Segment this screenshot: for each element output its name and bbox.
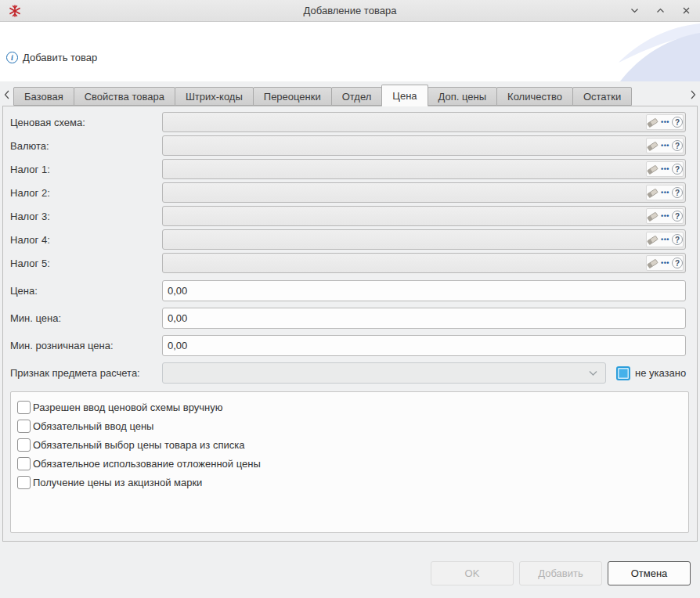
option-checkbox[interactable]: [17, 476, 31, 489]
tab-bar: БазоваяСвойства товараШтрих-кодыПереоцен…: [0, 81, 700, 106]
lookup-rows: Ценовая схема:•••?Валюта:•••?Налог 1:•••…: [3, 112, 697, 273]
tab-3[interactable]: Переоценки: [253, 87, 332, 106]
clear-eraser-icon[interactable]: [647, 188, 659, 198]
lookup-field-actions: •••?: [646, 208, 684, 224]
app-logo-icon: [8, 4, 22, 18]
help-icon[interactable]: ?: [672, 187, 683, 198]
tab-scroll-left-icon[interactable]: [2, 89, 12, 100]
lookup-row-4: Налог 3:•••?: [10, 206, 686, 226]
tab-6[interactable]: Доп. цены: [428, 87, 498, 106]
price-row-0: Цена:: [10, 280, 686, 301]
tab-5-active[interactable]: Цена: [381, 85, 428, 106]
option-label: Разрешен ввод ценовой схемы вручную: [33, 402, 222, 413]
price-row-1: Мин. цена:: [10, 308, 686, 329]
tab-7[interactable]: Количество: [496, 87, 573, 106]
option-label: Обязательный ввод цены: [33, 420, 153, 432]
lookup-field[interactable]: •••?: [162, 159, 686, 179]
browse-ellipsis-icon[interactable]: •••: [661, 142, 669, 150]
tab-scroll-right-icon[interactable]: [688, 89, 698, 100]
lookup-row-2: Налог 1:•••?: [10, 159, 686, 179]
clear-eraser-icon[interactable]: [647, 258, 659, 268]
help-icon[interactable]: ?: [672, 140, 683, 151]
price-options-group: Разрешен ввод ценовой схемы вручнуюОбяза…: [10, 391, 689, 533]
lookup-field[interactable]: •••?: [162, 135, 686, 156]
clear-eraser-icon[interactable]: [647, 235, 659, 245]
browse-ellipsis-icon[interactable]: •••: [661, 119, 669, 126]
lookup-field-actions: •••?: [646, 138, 684, 153]
lookup-field-actions: •••?: [646, 114, 684, 130]
option-checkbox[interactable]: [17, 420, 31, 433]
option-label: Получение цены из акцизной марки: [33, 477, 202, 488]
field-label: Налог 5:: [10, 258, 162, 269]
lookup-field[interactable]: •••?: [162, 206, 686, 226]
lookup-row-0: Ценовая схема:•••?: [10, 112, 686, 132]
field-label: Налог 2:: [10, 187, 162, 199]
option-row-0: Разрешен ввод ценовой схемы вручную: [17, 398, 682, 416]
lookup-field-actions: •••?: [646, 255, 684, 271]
not-specified-checkbox[interactable]: [616, 366, 630, 380]
cancel-button[interactable]: Отмена: [608, 561, 691, 585]
field-label: Цена:: [10, 285, 162, 297]
help-icon[interactable]: ?: [672, 258, 683, 268]
tab-1[interactable]: Свойства товара: [74, 87, 175, 106]
lookup-field-actions: •••?: [646, 185, 684, 200]
price-tab-panel: Ценовая схема:•••?Валюта:•••?Налог 1:•••…: [2, 106, 698, 542]
tab-0[interactable]: Базовая: [13, 87, 74, 106]
close-button[interactable]: [680, 5, 692, 17]
tab-bar-tabs: БазоваяСвойства товараШтрих-кодыПереоцен…: [14, 85, 632, 106]
option-row-3: Обязательное использование отложенной це…: [17, 454, 682, 473]
chevron-down-icon: [588, 369, 598, 377]
option-checkbox[interactable]: [17, 401, 31, 414]
browse-ellipsis-icon[interactable]: •••: [661, 236, 669, 243]
browse-ellipsis-icon[interactable]: •••: [661, 260, 669, 267]
button-bar: OKДобавитьОтмена: [0, 542, 700, 598]
option-row-4: Получение цены из акцизной марки: [17, 473, 682, 492]
calc-subject-combobox[interactable]: [162, 362, 606, 384]
clear-eraser-icon[interactable]: [647, 211, 659, 222]
lookup-row-1: Валюта:•••?: [10, 135, 686, 156]
option-row-2: Обязательный выбор цены товара из списка: [17, 435, 682, 454]
field-label: Валюта:: [10, 140, 162, 152]
lookup-row-3: Налог 2:•••?: [10, 182, 686, 203]
field-label: Налог 4:: [10, 234, 162, 246]
browse-ellipsis-icon[interactable]: •••: [661, 166, 669, 173]
dialog-header: i Добавить товар: [0, 22, 700, 81]
window-title: Добавление товара: [0, 5, 700, 16]
option-checkbox[interactable]: [17, 457, 31, 470]
help-icon[interactable]: ?: [672, 117, 683, 128]
info-icon: i: [6, 52, 18, 63]
field-label: Мин. цена:: [10, 312, 162, 324]
field-label: Мин. розничная цена:: [10, 340, 162, 351]
field-label: Признак предмета расчета:: [10, 367, 162, 379]
clear-eraser-icon[interactable]: [647, 117, 659, 128]
lookup-field[interactable]: •••?: [162, 182, 686, 203]
lookup-field-actions: •••?: [646, 161, 684, 177]
price-input[interactable]: [162, 335, 686, 356]
price-input[interactable]: [162, 308, 686, 329]
dialog-header-title: Добавить товар: [23, 52, 97, 63]
tab-2[interactable]: Штрих-коды: [175, 87, 254, 106]
option-checkbox[interactable]: [17, 438, 31, 452]
price-input[interactable]: [162, 280, 686, 301]
header-decoration: [559, 22, 700, 81]
clear-eraser-icon[interactable]: [647, 164, 659, 175]
clear-eraser-icon[interactable]: [647, 141, 659, 151]
minimize-button[interactable]: [628, 5, 640, 17]
ok-button: OK: [431, 561, 514, 585]
price-rows: Цена:Мин. цена:Мин. розничная цена:: [3, 280, 697, 356]
help-icon[interactable]: ?: [672, 234, 683, 245]
maximize-button[interactable]: [654, 5, 666, 17]
help-icon[interactable]: ?: [672, 211, 683, 222]
calc-subject-row: Признак предмета расчета: не указано: [10, 362, 686, 384]
lookup-field[interactable]: •••?: [162, 229, 686, 250]
browse-ellipsis-icon[interactable]: •••: [661, 213, 669, 220]
option-row-1: Обязательный ввод цены: [17, 416, 682, 435]
lookup-row-6: Налог 5:•••?: [10, 253, 686, 273]
help-icon[interactable]: ?: [672, 164, 683, 175]
lookup-field[interactable]: •••?: [162, 112, 686, 132]
tab-8[interactable]: Остатки: [572, 87, 632, 106]
lookup-field[interactable]: •••?: [162, 253, 686, 273]
title-bar: Добавление товара: [0, 0, 700, 22]
browse-ellipsis-icon[interactable]: •••: [661, 189, 669, 196]
tab-4[interactable]: Отдел: [331, 87, 383, 106]
